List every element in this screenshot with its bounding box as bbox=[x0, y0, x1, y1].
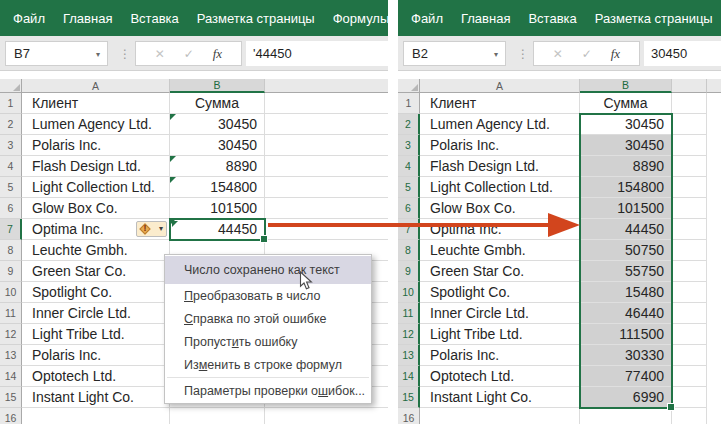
row-header[interactable]: 8 bbox=[0, 240, 22, 261]
cell-empty[interactable] bbox=[672, 345, 707, 366]
row-header[interactable]: 1 bbox=[0, 93, 22, 114]
cell-amount[interactable]: 111500 bbox=[580, 324, 672, 345]
enter-icon[interactable]: ✓ bbox=[582, 47, 592, 61]
cell-empty[interactable] bbox=[672, 366, 707, 387]
ribbon-tab-1[interactable]: Главная bbox=[461, 11, 510, 26]
cell-amount[interactable]: 44450 bbox=[580, 219, 672, 240]
cell-amount[interactable]: 30450 bbox=[580, 114, 672, 135]
cell-client[interactable]: Leuchte Gmbh. bbox=[420, 240, 580, 261]
cell-amount[interactable]: 8890 bbox=[170, 156, 265, 177]
column-header-a[interactable]: A bbox=[420, 79, 580, 93]
column-header-c[interactable] bbox=[672, 79, 707, 93]
cell-client[interactable] bbox=[22, 408, 170, 424]
cell-client[interactable]: Polaris Inc. bbox=[420, 135, 580, 156]
cell-amount[interactable]: Сумма bbox=[170, 93, 265, 114]
cell-client[interactable]: Leuchte Gmbh. bbox=[22, 240, 170, 261]
row-header[interactable]: 2 bbox=[0, 114, 22, 135]
cell-amount[interactable]: 154800 bbox=[170, 177, 265, 198]
row-header[interactable]: 16 bbox=[0, 408, 22, 424]
row-header[interactable]: 4 bbox=[398, 156, 420, 177]
cell-empty[interactable] bbox=[672, 114, 707, 135]
cell-client[interactable]: Light Tribe Ltd. bbox=[420, 324, 580, 345]
cell-client[interactable]: Optotech Ltd. bbox=[420, 366, 580, 387]
cell-amount[interactable]: 30450 bbox=[580, 135, 672, 156]
cell-amount[interactable]: 77400 bbox=[580, 366, 672, 387]
cell-client[interactable]: Flash Design Ltd. bbox=[420, 156, 580, 177]
cell-client[interactable]: Instant Light Co. bbox=[22, 387, 170, 408]
cell-client[interactable]: Spotlight Co. bbox=[420, 282, 580, 303]
row-header[interactable]: 10 bbox=[0, 282, 22, 303]
error-dropdown-icon[interactable]: ▾ bbox=[159, 225, 163, 233]
row-header[interactable]: 15 bbox=[398, 387, 420, 408]
cell-client[interactable]: Light Tribe Ltd. bbox=[22, 324, 170, 345]
cell-amount[interactable]: 101500 bbox=[170, 198, 265, 219]
column-header-b[interactable]: B bbox=[170, 79, 265, 93]
cell-empty[interactable] bbox=[672, 240, 707, 261]
row-header[interactable]: 7 bbox=[0, 219, 22, 240]
cell-empty[interactable] bbox=[672, 387, 707, 408]
row-header[interactable]: 16 bbox=[398, 408, 420, 424]
row-header[interactable]: 3 bbox=[398, 135, 420, 156]
cell-amount[interactable]: 101500 bbox=[580, 198, 672, 219]
row-header[interactable]: 14 bbox=[0, 366, 22, 387]
enter-icon[interactable]: ✓ bbox=[184, 47, 194, 61]
row-header[interactable]: 11 bbox=[398, 303, 420, 324]
error-menu-item-2[interactable]: Справка по этой ошибке bbox=[165, 307, 371, 330]
ribbon-tab-2[interactable]: Вставка bbox=[130, 11, 178, 26]
cell-client[interactable]: Клиент bbox=[22, 93, 170, 114]
select-all-corner[interactable] bbox=[398, 79, 420, 93]
select-all-corner[interactable] bbox=[0, 79, 22, 93]
row-header[interactable]: 12 bbox=[398, 324, 420, 345]
cell-amount[interactable]: 30450 bbox=[170, 135, 265, 156]
cell-amount[interactable]: 46440 bbox=[580, 303, 672, 324]
name-box-dropdown-icon[interactable]: ▾ bbox=[494, 49, 498, 58]
cell-client[interactable]: Glow Box Co. bbox=[420, 198, 580, 219]
cell-client[interactable]: Flash Design Ltd. bbox=[22, 156, 170, 177]
error-menu-item-3[interactable]: Пропустить ошибку bbox=[165, 330, 371, 353]
cell-client[interactable]: Light Collection Ltd. bbox=[22, 177, 170, 198]
cell-empty[interactable] bbox=[672, 261, 707, 282]
cell-client[interactable]: Polaris Inc. bbox=[22, 135, 170, 156]
cell-client[interactable]: Polaris Inc. bbox=[420, 345, 580, 366]
cell-client[interactable]: Lumen Agency Ltd. bbox=[420, 114, 580, 135]
ribbon-tab-4[interactable]: Формулы bbox=[333, 11, 388, 26]
cell-empty[interactable] bbox=[672, 156, 707, 177]
cell-client[interactable] bbox=[420, 408, 580, 424]
fill-handle[interactable] bbox=[667, 403, 675, 411]
row-header[interactable]: 7 bbox=[398, 219, 420, 240]
cell-amount[interactable]: 154800 bbox=[580, 177, 672, 198]
row-header[interactable]: 2 bbox=[398, 114, 420, 135]
row-header[interactable]: 9 bbox=[0, 261, 22, 282]
formula-input[interactable]: 30450 bbox=[644, 41, 721, 66]
cell-client[interactable]: Light Collection Ltd. bbox=[420, 177, 580, 198]
row-header[interactable]: 12 bbox=[0, 324, 22, 345]
cell-client[interactable]: Клиент bbox=[420, 93, 580, 114]
ribbon-tab-2[interactable]: Вставка bbox=[528, 11, 576, 26]
cell-amount[interactable]: 8890 bbox=[580, 156, 672, 177]
cell-empty[interactable] bbox=[672, 303, 707, 324]
row-header[interactable]: 3 bbox=[0, 135, 22, 156]
error-options-button[interactable]: ! ▾ bbox=[136, 221, 167, 237]
cell-client[interactable]: Inner Circle Ltd. bbox=[22, 303, 170, 324]
error-menu-item-4[interactable]: Изменить в строке формул bbox=[165, 353, 371, 376]
name-box-dropdown-icon[interactable]: ▾ bbox=[96, 49, 100, 58]
cell-empty[interactable] bbox=[672, 93, 707, 114]
column-header-a[interactable]: A bbox=[22, 79, 170, 93]
cell-empty[interactable] bbox=[672, 198, 707, 219]
cell-empty[interactable] bbox=[672, 282, 707, 303]
cell-client[interactable]: Green Star Co. bbox=[420, 261, 580, 282]
cell-client[interactable]: Polaris Inc. bbox=[22, 345, 170, 366]
formula-input[interactable]: '44450 bbox=[246, 41, 388, 66]
row-header[interactable]: 11 bbox=[0, 303, 22, 324]
row-header[interactable]: 4 bbox=[0, 156, 22, 177]
cell-amount[interactable]: 30450 bbox=[170, 114, 265, 135]
cell-client[interactable]: Instant Light Co. bbox=[420, 387, 580, 408]
ribbon-tab-1[interactable]: Главная bbox=[63, 11, 112, 26]
cell-amount[interactable]: 15480 bbox=[580, 282, 672, 303]
row-header[interactable]: 13 bbox=[0, 345, 22, 366]
cell-client[interactable]: Spotlight Co. bbox=[22, 282, 170, 303]
cell-amount[interactable]: 44450 bbox=[170, 219, 265, 240]
cell-amount[interactable]: 30330 bbox=[580, 345, 672, 366]
cell-client[interactable]: Optima Inc. bbox=[420, 219, 580, 240]
cell-empty[interactable] bbox=[672, 177, 707, 198]
